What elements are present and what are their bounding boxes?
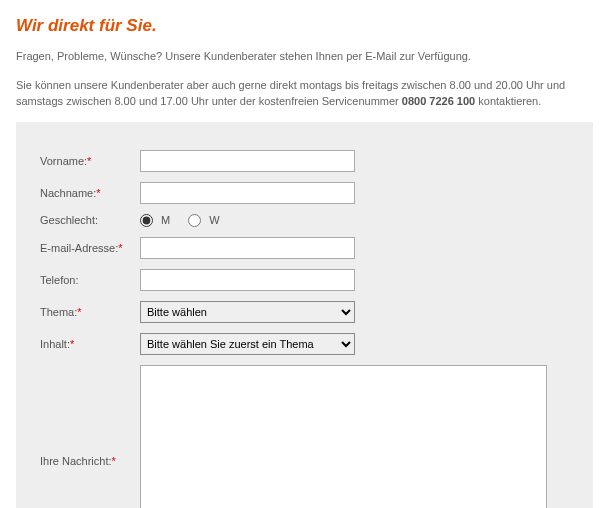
intro-text: Fragen, Probleme, Wünsche? Unsere Kunden…	[16, 48, 593, 110]
telefon-field[interactable]	[140, 269, 355, 291]
radio-w-label: W	[209, 214, 219, 226]
row-email: E-mail-Adresse:*	[40, 237, 569, 259]
row-nachname: Nachname:*	[40, 182, 569, 204]
label-vorname: Vorname:*	[40, 155, 140, 167]
row-nachricht: Ihre Nachricht:*	[40, 365, 569, 509]
radio-m[interactable]	[140, 214, 153, 227]
radio-m-wrap[interactable]: M	[140, 214, 170, 227]
nachricht-field[interactable]	[140, 365, 547, 509]
intro-line-2: Sie können unsere Kundenberater aber auc…	[16, 77, 593, 110]
row-geschlecht: Geschlecht: M W	[40, 214, 569, 227]
row-inhalt: Inhalt:* Bitte wählen Sie zuerst ein The…	[40, 333, 569, 355]
row-telefon: Telefon:	[40, 269, 569, 291]
label-nachricht: Ihre Nachricht:*	[40, 365, 140, 467]
inhalt-select[interactable]: Bitte wählen Sie zuerst ein Thema	[140, 333, 355, 355]
radio-m-label: M	[161, 214, 170, 226]
vorname-field[interactable]	[140, 150, 355, 172]
label-telefon: Telefon:	[40, 274, 140, 286]
row-thema: Thema:* Bitte wählen	[40, 301, 569, 323]
radio-w[interactable]	[188, 214, 201, 227]
geschlecht-group: M W	[140, 214, 220, 227]
contact-form: Vorname:* Nachname:* Geschlecht: M W E-m…	[16, 122, 593, 509]
label-inhalt: Inhalt:*	[40, 338, 140, 350]
label-nachname: Nachname:*	[40, 187, 140, 199]
label-email: E-mail-Adresse:*	[40, 242, 140, 254]
radio-w-wrap[interactable]: W	[188, 214, 219, 227]
service-phone: 0800 7226 100	[402, 95, 475, 107]
email-field[interactable]	[140, 237, 355, 259]
page-title: Wir direkt für Sie.	[16, 16, 593, 36]
row-vorname: Vorname:*	[40, 150, 569, 172]
nachname-field[interactable]	[140, 182, 355, 204]
thema-select[interactable]: Bitte wählen	[140, 301, 355, 323]
intro-line-1: Fragen, Probleme, Wünsche? Unsere Kunden…	[16, 48, 593, 65]
label-geschlecht: Geschlecht:	[40, 214, 140, 226]
label-thema: Thema:*	[40, 306, 140, 318]
intro-line-2b: kontaktieren.	[475, 95, 541, 107]
